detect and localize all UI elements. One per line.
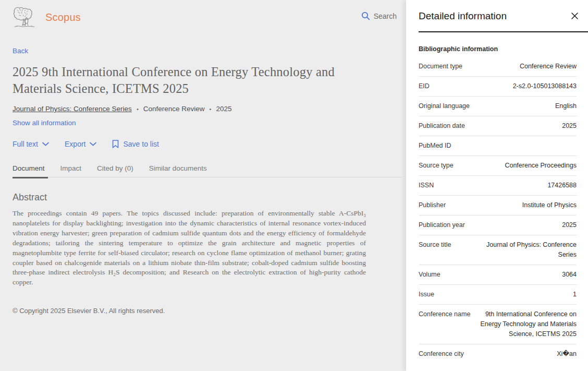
meta-separator-dot: • [137, 106, 139, 112]
info-row-publication-date: Publication date 2025 [419, 116, 577, 136]
copyright-notice: © Copyright 2025 Elsevier B.V., All righ… [13, 307, 394, 315]
action-bar: Full text Export Save to list [13, 140, 394, 148]
info-label: Document type [419, 62, 473, 71]
info-row-publication-year: Publication year 2025 [419, 215, 577, 235]
document-title: 2025 9th International Conference on Ene… [13, 64, 359, 97]
show-all-information-link[interactable]: Show all information [13, 119, 76, 127]
tab-bar: Document Impact Cited by (0) Similar doc… [13, 164, 402, 177]
info-row-original-language: Original language English [419, 96, 577, 116]
source-title-link[interactable]: Journal of Physics: Conference Series [13, 105, 132, 113]
tab-impact[interactable]: Impact [60, 164, 85, 177]
info-label: Source type [419, 161, 473, 171]
back-link[interactable]: Back [13, 47, 28, 55]
close-icon [571, 13, 578, 19]
export-button[interactable]: Export [65, 140, 96, 148]
scopus-wordmark: Scopus [45, 11, 81, 23]
bibliographic-info-table: Document type Conference Review EID 2-s2… [419, 57, 577, 364]
info-value: Xi�an [473, 349, 577, 359]
tab-document[interactable]: Document [13, 164, 48, 177]
info-label: Publication year [419, 220, 473, 230]
info-value: 2-s2.0-105013088143 [473, 81, 577, 91]
info-value: 17426588 [473, 181, 577, 190]
info-value: Conference Review [473, 62, 577, 71]
bookmark-icon [112, 140, 119, 148]
panel-title: Detailed information [419, 10, 575, 22]
info-row-volume: Volume 3064 [419, 265, 577, 284]
abstract-text: The proceedings contain 49 papers. The t… [13, 209, 366, 288]
full-text-label: Full text [13, 140, 38, 148]
info-label: Original language [419, 101, 473, 111]
panel-title-divider [419, 31, 588, 32]
tab-cited-by[interactable]: Cited by (0) [97, 164, 137, 177]
info-value: English [473, 101, 577, 111]
info-label: Conference name [419, 309, 473, 319]
info-label: Volume [419, 270, 473, 280]
search-label: Search [374, 12, 397, 20]
meta-separator-dot: • [210, 106, 212, 112]
bibliographic-section-heading: Bibliographic information [419, 45, 575, 53]
tab-similar-documents[interactable]: Similar documents [149, 164, 210, 177]
info-value: 2025 [473, 220, 577, 230]
search-icon [361, 11, 370, 20]
panel-header: Detailed information [406, 0, 588, 22]
abstract-heading: Abstract [13, 192, 394, 203]
info-value: 3064 [473, 270, 577, 280]
export-label: Export [65, 140, 85, 148]
info-row-document-type: Document type Conference Review [419, 57, 577, 76]
info-row-issue: Issue 1 [419, 284, 577, 304]
info-label: Conference city [419, 349, 473, 359]
document-meta: Journal of Physics: Conference Series • … [13, 105, 394, 113]
top-header: Scopus Search [13, 0, 394, 30]
document-main-area: Scopus Search Back 2025 9th Internationa… [0, 0, 406, 371]
info-label: Publisher [419, 200, 473, 210]
info-value: Conference Proceedings [473, 161, 577, 171]
info-row-issn: ISSN 17426588 [419, 175, 577, 195]
info-value: 2025 [473, 121, 577, 131]
chevron-down-icon [42, 142, 49, 146]
info-row-conference-name: Conference name 9th International Confer… [419, 304, 577, 344]
search-button[interactable]: Search [361, 11, 397, 20]
info-row-eid: EID 2-s2.0-105013088143 [419, 76, 577, 96]
detailed-information-panel: Detailed information Bibliographic infor… [406, 0, 588, 371]
chevron-down-icon [90, 142, 96, 146]
info-label: ISSN [419, 181, 473, 190]
info-value: 9th International Conference on Energy T… [473, 309, 577, 339]
save-to-list-label: Save to list [123, 140, 158, 148]
full-text-button[interactable]: Full text [13, 140, 49, 148]
info-label: Source title [419, 240, 473, 250]
publication-year-label: 2025 [216, 105, 231, 113]
info-label: PubMed ID [419, 141, 473, 151]
info-value: 1 [473, 290, 577, 300]
info-value: Journal of Physics: Conference Series [473, 240, 577, 260]
info-row-source-type: Source type Conference Proceedings [419, 155, 577, 175]
info-label: Publication date [419, 121, 473, 131]
info-value: Institute of Physics [473, 200, 577, 210]
document-type-label: Conference Review [143, 105, 205, 113]
info-row-publisher: Publisher Institute of Physics [419, 195, 577, 215]
info-label: Issue [419, 290, 473, 300]
elsevier-tree-logo[interactable] [13, 5, 36, 29]
info-row-pubmed-id: PubMed ID [419, 136, 577, 155]
close-panel-button[interactable] [568, 9, 581, 22]
info-row-source-title: Source title Journal of Physics: Confere… [419, 235, 577, 265]
info-label: EID [419, 81, 473, 91]
info-row-conference-city: Conference city Xi�an [419, 344, 577, 364]
save-to-list-button[interactable]: Save to list [112, 140, 158, 148]
